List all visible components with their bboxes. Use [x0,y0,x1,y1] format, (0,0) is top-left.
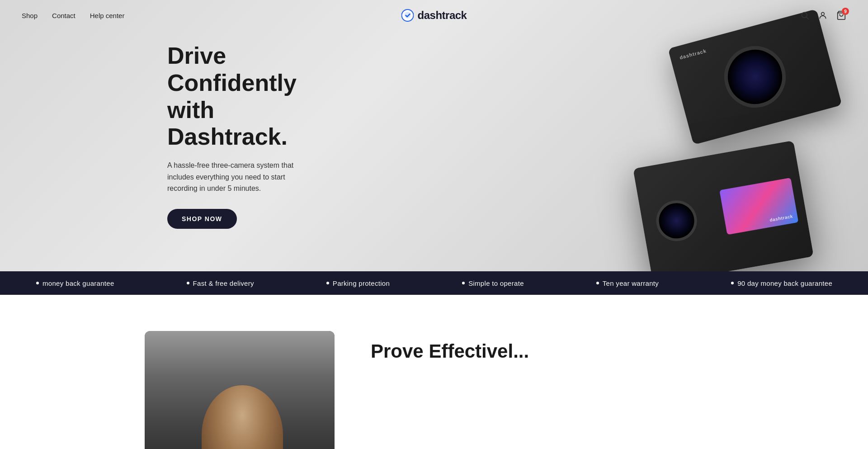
hero-title: Drive Confidently with Dashtrack. [167,43,316,151]
ticker-item-0: money back guarantee [0,279,151,287]
ticker-item-3: Simple to operate [426,279,560,287]
ticker-item-1: Fast & free delivery [151,279,290,287]
ticker-dot [731,282,734,284]
ticker-dot [326,282,329,284]
ticker-dot [36,282,39,284]
bottom-product-image [145,331,335,449]
camera-2 [633,141,814,271]
cart-badge: 9 [842,8,849,15]
camera-2-lens [653,197,700,244]
search-button[interactable] [800,11,809,20]
bottom-heading: Prove Effectivel... [371,340,529,363]
nav-logo-text: dashtrack [418,9,467,22]
user-icon [818,11,827,20]
camera-group [533,18,841,271]
hero-section: Drive Confidently with Dashtrack. A hass… [0,0,868,271]
hero-subtitle: A hassle-free three-camera system that i… [167,160,316,194]
svg-point-1 [802,12,807,18]
ticker-dot [596,282,599,284]
ticker-item-5: 90 day money back guarantee [695,279,868,287]
ticker-banner: money back guarantee Fast & free deliver… [0,271,868,295]
ticker-item-2: Parking protection [290,279,426,287]
ticker-track: money back guarantee Fast & free deliver… [0,279,868,287]
search-icon [800,11,809,20]
cart-button[interactable]: 9 [836,10,846,20]
navbar: Shop Contact Help center dashtrack [0,0,868,31]
nav-link-contact[interactable]: Contact [52,12,75,19]
shop-now-button[interactable]: SHOP NOW [167,209,237,229]
ticker-item-4: Ten year warranty [560,279,695,287]
account-button[interactable] [818,11,827,20]
nav-link-help[interactable]: Help center [90,12,125,19]
camera-2-screen [719,178,798,235]
nav-logo[interactable]: dashtrack [401,9,467,22]
hero-content: Drive Confidently with Dashtrack. A hass… [0,43,316,229]
bottom-section: Prove Effectivel... [0,295,868,449]
nav-link-shop[interactable]: Shop [22,12,38,19]
svg-point-3 [821,12,825,15]
nav-icons-right: 9 [800,10,846,20]
svg-line-2 [807,17,808,19]
hero-product-image [497,0,868,271]
dashtrack-logo-icon [401,9,414,22]
ticker-dot [462,282,465,284]
ticker-dot [187,282,189,284]
nav-links-left: Shop Contact Help center [22,12,124,19]
bottom-text: Prove Effectivel... [371,331,529,363]
